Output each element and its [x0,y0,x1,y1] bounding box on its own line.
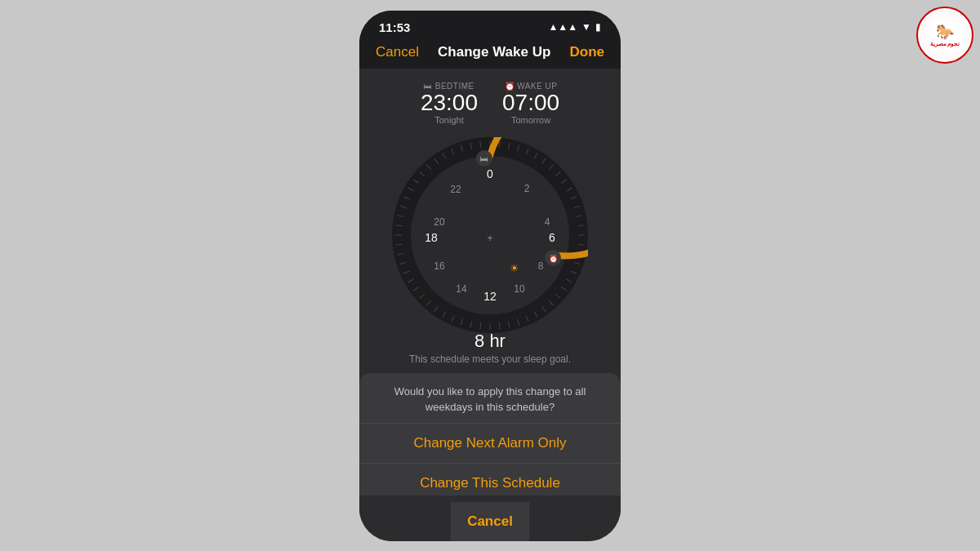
svg-text:4: 4 [545,216,550,228]
cancel-nav-button[interactable]: Cancel [376,44,419,60]
wakeup-time: 07:00 [502,91,559,116]
svg-text:☀: ☀ [510,262,519,274]
watermark-badge: 🐎 نجوم مصرية [916,7,973,64]
main-content: 🛏 BEDTIME 23:00 Tonight ⏰ WAKE UP 07:00 … [359,69,621,541]
svg-text:14: 14 [456,283,467,295]
svg-text:🛏: 🛏 [480,154,488,163]
bedtime-time: 23:00 [421,91,478,116]
nav-bar: Cancel Change Wake Up Done [359,38,621,69]
bedtime-info: 🛏 BEDTIME 23:00 Tonight [421,82,478,126]
sleep-goal-text: This schedule meets your sleep goal. [409,353,571,365]
dialog-question: Would you like to apply this change to a… [359,373,621,423]
sleep-hours: 8 hr [474,331,506,352]
sleep-info: 🛏 BEDTIME 23:00 Tonight ⏰ WAKE UP 07:00 … [359,69,621,134]
signal-icon: ▲▲▲ [548,21,577,33]
wifi-icon: ▼ [581,21,591,33]
bedtime-label: 🛏 BEDTIME [424,82,474,91]
bed-label-icon: 🛏 [424,82,433,91]
change-next-alarm-button[interactable]: Change Next Alarm Only [359,424,621,464]
svg-text:12: 12 [483,290,497,303]
wakeup-label: ⏰ WAKE UP [505,82,558,91]
svg-text:8: 8 [538,260,544,272]
sleep-clock[interactable]: 🛏 ⏰ 0 2 4 6 8 10 [392,137,588,322]
clock-svg: 🛏 ⏰ 0 2 4 6 8 10 [392,137,588,333]
svg-text:⏰: ⏰ [549,254,559,264]
svg-text:6: 6 [549,231,555,244]
svg-text:+: + [487,233,492,244]
change-dialog: Would you like to apply this change to a… [359,373,621,495]
battery-icon: ▮ [595,21,601,33]
clock-outer-ring: 🛏 ⏰ 0 2 4 6 8 10 [392,137,588,333]
watermark-text: نجوم مصرية [930,41,960,47]
status-icons: ▲▲▲ ▼ ▮ [548,21,601,33]
svg-text:16: 16 [434,260,445,272]
wakeup-info: ⏰ WAKE UP 07:00 Tomorrow [502,82,559,126]
status-time: 11:53 [379,20,410,34]
nav-title: Change Wake Up [438,44,550,60]
watermark-inner: 🐎 نجوم مصرية [920,10,970,60]
svg-text:0: 0 [487,167,493,180]
svg-text:10: 10 [514,283,525,295]
svg-text:20: 20 [434,216,445,228]
wakeup-day: Tomorrow [511,115,550,125]
alarm-label-icon: ⏰ [505,82,515,91]
bedtime-day: Tonight [434,115,463,125]
svg-text:2: 2 [524,183,530,194]
change-schedule-button[interactable]: Change This Schedule [359,464,621,495]
svg-text:22: 22 [450,184,461,195]
phone-screen: 11:53 ▲▲▲ ▼ ▮ Cancel Change Wake Up Done… [359,11,621,541]
cancel-dialog-button[interactable]: Cancel [451,502,529,541]
status-bar: 11:53 ▲▲▲ ▼ ▮ [359,11,621,38]
done-nav-button[interactable]: Done [570,44,605,60]
svg-text:18: 18 [425,231,438,244]
watermark-animal-icon: 🐎 [936,23,954,41]
